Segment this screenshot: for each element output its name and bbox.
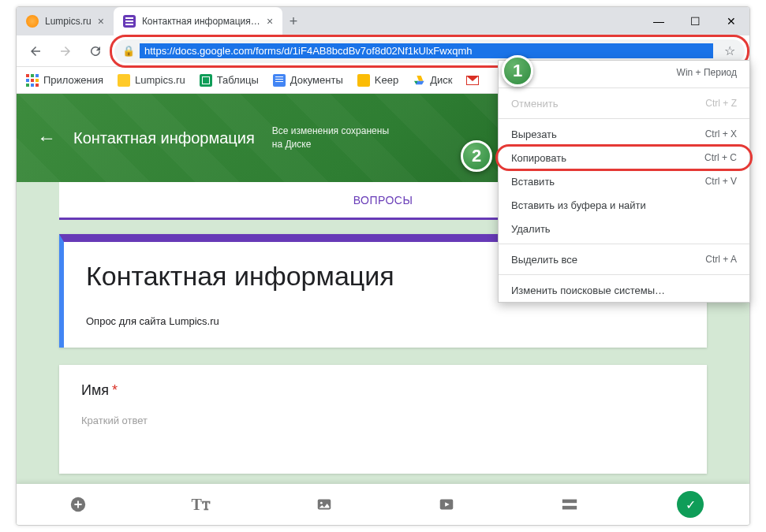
- tab-google-forms[interactable]: Контактная информация - Goo ×: [114, 7, 282, 35]
- close-tab-icon[interactable]: ×: [98, 15, 104, 28]
- bookmark-item[interactable]: Документы: [273, 74, 343, 87]
- back-arrow-icon[interactable]: ←: [37, 127, 56, 149]
- bookmark-item[interactable]: Keep: [357, 74, 398, 87]
- gmail-icon: [466, 76, 479, 85]
- ctx-separator: [499, 244, 749, 244]
- add-question-button[interactable]: [62, 489, 94, 520]
- folder-icon: [118, 74, 130, 87]
- bookmark-item[interactable]: [466, 76, 479, 85]
- tab-lumpics[interactable]: Lumpics.ru ×: [17, 7, 114, 35]
- form-description[interactable]: Опрос для сайта Lumpics.ru: [86, 315, 685, 332]
- bookmark-label: Документы: [290, 74, 343, 86]
- favicon-lumpics: [26, 15, 39, 28]
- ctx-select-all[interactable]: Выделить всеCtrl + A: [499, 247, 749, 271]
- forward-button[interactable]: [54, 40, 77, 62]
- bookmark-label: Keep: [375, 74, 398, 86]
- svg-rect-5: [562, 506, 577, 510]
- form-toolbar: Tᴛ ✓: [17, 484, 749, 525]
- docs-icon: [273, 74, 286, 87]
- apps-label: Приложения: [43, 74, 103, 86]
- bookmark-item[interactable]: Диск: [413, 74, 452, 87]
- ctx-paste-search[interactable]: Вставить из буфера и найти: [499, 193, 749, 217]
- apps-icon: [26, 74, 39, 87]
- bookmark-item[interactable]: Таблицы: [200, 74, 259, 87]
- step-marker-2: 2: [461, 140, 492, 172]
- back-button[interactable]: [24, 40, 47, 62]
- address-bar[interactable]: 🔒 https://docs.google.com/forms/d/1iF4AB…: [114, 39, 745, 63]
- ctx-separator: [499, 87, 749, 88]
- ctx-separator: [499, 274, 749, 275]
- ctx-delete[interactable]: Удалить: [499, 217, 749, 240]
- keep-icon: [357, 74, 370, 87]
- ctx-copy[interactable]: КопироватьCtrl + C: [499, 146, 749, 169]
- add-section-button[interactable]: [554, 489, 585, 520]
- new-tab-button[interactable]: +: [282, 7, 305, 35]
- ctx-paste[interactable]: ВставитьCtrl + V: [499, 169, 749, 193]
- answer-placeholder: Краткий ответ: [81, 415, 685, 426]
- add-video-button[interactable]: [431, 489, 462, 520]
- bookmark-star-icon[interactable]: ☆: [718, 43, 742, 58]
- ctx-separator: [499, 118, 749, 119]
- lock-icon: 🔒: [122, 45, 135, 57]
- close-button[interactable]: ✕: [713, 7, 749, 35]
- window-controls: — ☐ ✕: [641, 7, 749, 35]
- reload-button[interactable]: [84, 40, 106, 62]
- minimize-button[interactable]: —: [641, 7, 677, 35]
- step-marker-1: 1: [502, 55, 533, 87]
- apps-button[interactable]: Приложения: [26, 74, 103, 87]
- add-title-button[interactable]: Tᴛ: [185, 489, 217, 520]
- shield-badge[interactable]: ✓: [677, 491, 704, 518]
- sheets-icon: [200, 74, 212, 87]
- maximize-button[interactable]: ☐: [677, 7, 713, 35]
- context-menu: эдзиWin + Период ОтменитьCtrl + Z Выреза…: [498, 60, 750, 303]
- tab-label: Lumpics.ru: [45, 16, 92, 27]
- bookmark-label: Таблицы: [217, 74, 259, 86]
- favicon-forms: [123, 15, 136, 28]
- form-title-header: Контактная информация: [73, 129, 255, 147]
- url-text[interactable]: https://docs.google.com/forms/d/1iF4AB8b…: [140, 43, 713, 58]
- question-card[interactable]: Имя* Краткий ответ: [59, 365, 707, 474]
- ctx-emoji[interactable]: эдзиWin + Период: [499, 61, 749, 84]
- ctx-undo[interactable]: ОтменитьCtrl + Z: [499, 91, 749, 115]
- add-image-button[interactable]: [308, 489, 340, 520]
- bookmark-label: Диск: [430, 74, 452, 86]
- titlebar: Lumpics.ru × Контактная информация - Goo…: [17, 7, 749, 35]
- bookmark-label: Lumpics.ru: [135, 74, 185, 86]
- required-asterisk: *: [112, 382, 118, 398]
- save-status: Все изменения сохранены на Диске: [272, 125, 389, 151]
- ctx-search-engines[interactable]: Изменить поисковые системы…: [499, 278, 749, 302]
- svg-point-2: [320, 502, 323, 504]
- tab-label: Контактная информация - Goo: [142, 16, 260, 27]
- ctx-cut[interactable]: ВырезатьCtrl + X: [499, 122, 749, 146]
- drive-icon: [413, 74, 425, 87]
- close-tab-icon[interactable]: ×: [267, 15, 273, 28]
- svg-rect-4: [562, 500, 577, 504]
- question-label: Имя*: [81, 382, 685, 399]
- bookmark-item[interactable]: Lumpics.ru: [118, 74, 185, 87]
